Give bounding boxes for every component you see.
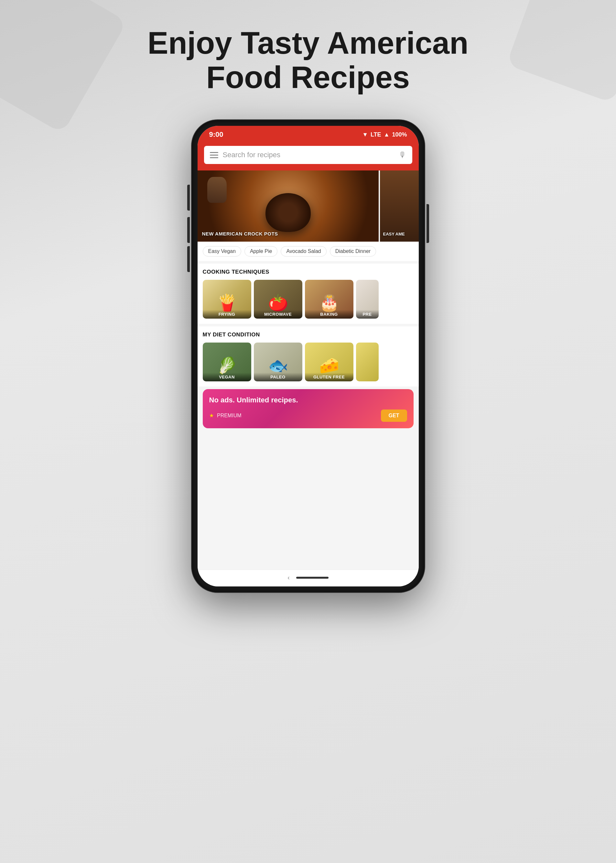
technique-card-pre[interactable]: PRE [356, 280, 379, 319]
microphone-icon[interactable]: 🎙 [399, 151, 407, 159]
diet-condition-section: MY DIET CONDITION VEGAN PALEO GLUTEN [198, 326, 419, 387]
technique-card-baking[interactable]: BAKING [305, 280, 354, 319]
diet-card-vegan[interactable]: VEGAN [203, 343, 251, 381]
search-bar[interactable]: Search for recipes 🎙 [204, 146, 412, 164]
hamburger-icon[interactable] [210, 152, 218, 158]
technique-card-microwave[interactable]: MICROWAVE [254, 280, 302, 319]
premium-footer: ★ PREMIUM GET [209, 410, 407, 422]
cooking-techniques-section: COOKING TECHNIQUES FRYING MICROWAVE B [198, 264, 419, 324]
diet-card-gluten-free[interactable]: GLUTEN FREE [305, 343, 354, 381]
diet-card-paleo[interactable]: PALEO [254, 343, 302, 381]
search-header: Search for recipes 🎙 [198, 142, 419, 170]
diet-condition-title: MY DIET CONDITION [203, 332, 413, 338]
hamburger-line-3 [210, 157, 218, 158]
premium-label-text: PREMIUM [217, 413, 242, 418]
gluten-free-label: GLUTEN FREE [305, 373, 354, 381]
phone-outer: 9:00 ▼ LTE ▲ 100% Search for recipes [192, 120, 424, 592]
technique-card-frying[interactable]: FRYING [203, 280, 251, 319]
diet-condition-cards: VEGAN PALEO GLUTEN FREE [203, 343, 413, 381]
status-time: 9:00 [209, 130, 223, 139]
premium-star: ★ [209, 413, 214, 418]
premium-label: ★ PREMIUM [209, 412, 242, 418]
search-placeholder[interactable]: Search for recipes [223, 151, 394, 159]
nav-pill [296, 577, 328, 578]
microwave-label: MICROWAVE [254, 310, 302, 319]
hero-side-card[interactable]: EASY AME [380, 170, 419, 242]
baking-label: BAKING [305, 310, 354, 319]
diet-card-extra[interactable] [356, 343, 379, 381]
hero-main-label: NEW AMERICAN CROCK POTS [202, 231, 278, 236]
phone-screen: 9:00 ▼ LTE ▲ 100% Search for recipes [198, 126, 419, 586]
bottom-bar: ‹ [198, 570, 419, 586]
hamburger-line-1 [210, 152, 218, 153]
get-premium-button[interactable]: GET [381, 410, 407, 422]
hero-side-image [380, 170, 419, 242]
tags-row: Easy Vegan Apple Pie Avocado Salad Diabe… [198, 242, 419, 261]
lte-label: LTE [371, 131, 381, 138]
battery-label: 100% [392, 131, 407, 138]
cooking-techniques-cards: FRYING MICROWAVE BAKING PRE [203, 280, 413, 319]
phone-mockup: 9:00 ▼ LTE ▲ 100% Search for recipes [192, 120, 424, 592]
vegan-label: VEGAN [203, 373, 251, 381]
app-content: NEW AMERICAN CROCK POTS EASY AME Easy Ve… [198, 170, 419, 570]
tag-diabetic-dinner[interactable]: Diabetic Dinner [330, 246, 376, 256]
decorative-corner-tl [0, 0, 127, 134]
cooking-techniques-title: COOKING TECHNIQUES [203, 269, 413, 275]
tag-avocado-salad[interactable]: Avocado Salad [281, 246, 326, 256]
pre-label: PRE [356, 310, 379, 319]
page-title: Enjoy Tasty American Food Recipes [114, 26, 502, 94]
signal-bars-icon: ▲ [384, 131, 390, 138]
back-button[interactable]: ‹ [288, 574, 290, 581]
hero-side-label: EASY AME [383, 232, 405, 236]
decorative-corner-tr [506, 0, 616, 103]
extra-image [356, 343, 379, 381]
hero-main-card[interactable]: NEW AMERICAN CROCK POTS [198, 170, 379, 242]
tag-easy-vegan[interactable]: Easy Vegan [203, 246, 241, 256]
hamburger-line-2 [210, 155, 218, 156]
hero-section: NEW AMERICAN CROCK POTS EASY AME [198, 170, 419, 242]
frying-label: FRYING [203, 310, 251, 319]
wifi-icon: ▼ [362, 131, 368, 138]
paleo-label: PALEO [254, 373, 302, 381]
tag-apple-pie[interactable]: Apple Pie [244, 246, 278, 256]
premium-text: No ads. Unlimited recipes. [209, 396, 407, 405]
premium-banner[interactable]: No ads. Unlimited recipes. ★ PREMIUM GET [203, 389, 413, 428]
status-bar: 9:00 ▼ LTE ▲ 100% [198, 126, 419, 142]
status-icons: ▼ LTE ▲ 100% [362, 131, 407, 138]
